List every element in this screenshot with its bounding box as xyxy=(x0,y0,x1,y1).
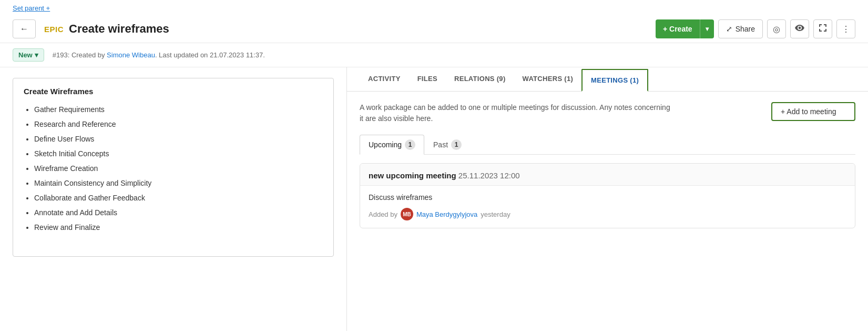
status-badge[interactable]: New ▾ xyxy=(13,48,44,62)
time-ago: yesterday xyxy=(481,210,510,218)
list-item: Maintain Consistency and Simplicity xyxy=(34,176,323,190)
top-bar: ← EPIC Create wireframes + Create ▾ ⤢ Sh… xyxy=(0,14,868,43)
upcoming-label: Upcoming xyxy=(369,140,402,149)
meeting-description: A work package can be added to one or mu… xyxy=(360,102,675,124)
add-to-meeting-button[interactable]: + Add to meeting xyxy=(771,102,855,121)
more-icon: ⋮ xyxy=(842,24,850,34)
meeting-meta: Added by MB Maya Berdygylyjova yesterday xyxy=(369,208,846,220)
list-item: Wireframe Creation xyxy=(34,161,323,176)
epic-badge: EPIC xyxy=(44,25,64,34)
status-arrow: ▾ xyxy=(35,51,38,59)
meeting-subject: Discuss wireframes xyxy=(369,193,846,202)
eye-icon xyxy=(795,24,804,34)
share-button[interactable]: ⤢ Share xyxy=(718,19,763,38)
list-item: Define User Flows xyxy=(34,132,323,146)
meeting-datetime: 25.11.2023 12:00 xyxy=(458,171,520,180)
meeting-card-body: Discuss wireframes Added by MB Maya Berd… xyxy=(360,186,855,228)
expand-button[interactable] xyxy=(813,19,832,38)
more-button[interactable]: ⋮ xyxy=(836,19,855,38)
list-item: Research and Reference xyxy=(34,117,323,132)
top-bar-right: + Create ▾ ⤢ Share ◎ ⋮ xyxy=(656,19,855,38)
past-count: 1 xyxy=(451,139,462,150)
tabs-bar: ACTIVITY FILES RELATIONS (9) WATCHERS (1… xyxy=(347,67,868,92)
top-bar-left: ← EPIC Create wireframes xyxy=(13,19,169,38)
meeting-content: A work package can be added to one or mu… xyxy=(347,92,868,239)
past-label: Past xyxy=(433,140,448,149)
creator-link[interactable]: Simone Wibeau xyxy=(107,51,155,59)
tab-watchers[interactable]: WATCHERS (1) xyxy=(514,67,582,91)
meeting-tab-upcoming[interactable]: Upcoming 1 xyxy=(360,135,424,155)
meeting-card-header: new upcoming meeting 25.11.2023 12:00 xyxy=(360,164,855,186)
meeting-header-row: A work package can be added to one or mu… xyxy=(360,102,855,124)
watch-button[interactable]: ◎ xyxy=(767,19,786,38)
create-button-main: + Create xyxy=(656,19,700,38)
status-label: New xyxy=(18,51,33,59)
list-item: Gather Requirements xyxy=(34,102,323,117)
meta-text: #193: Created by Simone Wibeau. Last upd… xyxy=(53,51,265,59)
back-button[interactable]: ← xyxy=(13,19,36,38)
title-area: EPIC Create wireframes xyxy=(44,22,169,36)
list-item: Sketch Initial Concepts xyxy=(34,146,323,161)
meeting-tab-past[interactable]: Past 1 xyxy=(424,135,471,154)
page-title: Create wireframes xyxy=(69,22,169,36)
tab-files[interactable]: FILES xyxy=(409,67,446,91)
tab-activity[interactable]: ACTIVITY xyxy=(360,67,409,91)
left-panel: Create Wireframes Gather Requirements Re… xyxy=(0,67,347,331)
meeting-card: new upcoming meeting 25.11.2023 12:00 Di… xyxy=(360,163,855,228)
meeting-card-title: new upcoming meeting 25.11.2023 12:00 xyxy=(369,171,520,180)
create-button-arrow[interactable]: ▾ xyxy=(700,19,714,38)
right-panel: ACTIVITY FILES RELATIONS (9) WATCHERS (1… xyxy=(347,67,868,331)
main-content: Create Wireframes Gather Requirements Re… xyxy=(0,67,868,331)
meeting-tabs: Upcoming 1 Past 1 xyxy=(360,135,855,155)
list-item: Collaborate and Gather Feedback xyxy=(34,190,323,205)
eye-button[interactable] xyxy=(790,19,809,38)
list-item: Review and Finalize xyxy=(34,220,323,235)
description-title: Create Wireframes xyxy=(24,87,323,96)
upcoming-count: 1 xyxy=(405,139,415,150)
author-link[interactable]: Maya Berdygylyjova xyxy=(416,210,477,218)
list-item: Annotate and Add Details xyxy=(34,205,323,220)
expand-icon xyxy=(819,24,827,34)
description-list: Gather Requirements Research and Referen… xyxy=(24,102,323,235)
create-button[interactable]: + Create ▾ xyxy=(656,19,714,38)
description-box: Create Wireframes Gather Requirements Re… xyxy=(13,78,334,257)
watch-icon: ◎ xyxy=(773,24,780,34)
tab-relations[interactable]: RELATIONS (9) xyxy=(446,67,514,91)
tab-meetings[interactable]: MEETINGS (1) xyxy=(581,69,648,92)
share-label: Share xyxy=(736,25,755,33)
subheader: New ▾ #193: Created by Simone Wibeau. La… xyxy=(0,43,868,67)
added-by-text: Added by xyxy=(369,210,397,218)
share-icon: ⤢ xyxy=(726,25,732,33)
meeting-title[interactable]: new upcoming meeting xyxy=(369,171,456,180)
avatar: MB xyxy=(401,208,413,220)
set-parent-link[interactable]: Set parent + xyxy=(0,0,868,14)
